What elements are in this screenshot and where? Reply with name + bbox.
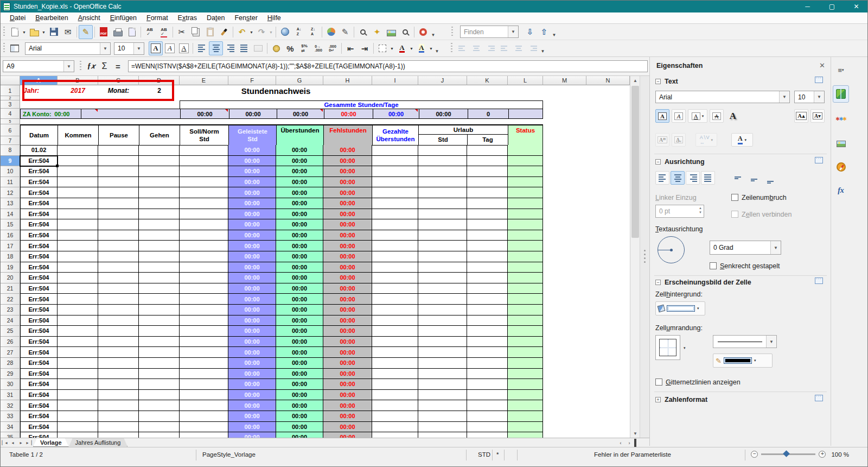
- cell[interactable]: [180, 177, 228, 188]
- row-header-25[interactable]: 25: [1, 326, 20, 337]
- cell[interactable]: [508, 400, 543, 411]
- row-header-10[interactable]: 10: [1, 166, 20, 177]
- sidebar-gallery-icon[interactable]: [833, 134, 849, 152]
- cell[interactable]: [467, 251, 508, 262]
- cell[interactable]: [372, 411, 418, 422]
- zoom-slider-thumb[interactable]: [783, 450, 790, 457]
- cell[interactable]: 00:00: [228, 422, 276, 433]
- sheet-tab-jahres-auflistung[interactable]: Jahres Auflistung: [69, 438, 128, 447]
- cell[interactable]: 00:00: [323, 241, 372, 251]
- cell[interactable]: [139, 251, 180, 262]
- sidebar-align-center-button[interactable]: [671, 171, 685, 185]
- cell[interactable]: 00:00: [323, 326, 372, 337]
- cell[interactable]: Err:504: [20, 177, 58, 188]
- find-down-button[interactable]: ⇩: [523, 25, 537, 39]
- sidebar-font-size-combo[interactable]: 10▼: [794, 91, 825, 103]
- sidebar-align-right-button[interactable]: [686, 171, 700, 185]
- sidebar-superscript-button[interactable]: Aᴴ: [655, 133, 669, 147]
- row-header-18[interactable]: 18: [1, 251, 20, 262]
- undo-button[interactable]: ↶▼: [235, 25, 249, 39]
- standard-format-button[interactable]: $%⇄: [297, 41, 311, 55]
- cell[interactable]: [508, 198, 543, 209]
- cell[interactable]: 00:00: [276, 177, 323, 188]
- cell[interactable]: [139, 230, 180, 241]
- cell[interactable]: [508, 305, 543, 315]
- header-kommen[interactable]: Kommen: [58, 125, 99, 146]
- cell[interactable]: [418, 187, 467, 198]
- cell[interactable]: 00:00: [228, 145, 276, 156]
- column-header-L[interactable]: L: [508, 76, 543, 85]
- cell[interactable]: [372, 369, 418, 380]
- cell[interactable]: 00:00: [276, 209, 323, 220]
- scroll-down-icon[interactable]: ▼: [630, 429, 640, 438]
- menu-datei[interactable]: Datei: [5, 13, 30, 23]
- cell[interactable]: Err:504: [20, 251, 58, 262]
- cell[interactable]: [98, 177, 139, 188]
- cell[interactable]: [508, 315, 543, 326]
- column-header-E[interactable]: E: [180, 76, 228, 85]
- row-header-16[interactable]: 16: [1, 230, 20, 241]
- cell[interactable]: [139, 326, 180, 337]
- cell[interactable]: [467, 145, 508, 156]
- row-header-32[interactable]: 32: [1, 400, 20, 411]
- total-geleistete[interactable]: 00:00: [229, 109, 277, 118]
- first-sheet-icon[interactable]: ▏◂: [1, 438, 9, 447]
- cell[interactable]: [139, 390, 180, 401]
- sidebar-bold-button[interactable]: A: [655, 109, 669, 123]
- cell[interactable]: [418, 230, 467, 241]
- cell[interactable]: [98, 283, 139, 294]
- cell[interactable]: Err:504: [20, 369, 58, 380]
- format-paintbrush-button[interactable]: [217, 25, 231, 39]
- column-header-K[interactable]: K: [467, 76, 508, 85]
- empty-cell[interactable]: [508, 109, 542, 118]
- header-datum[interactable]: Datum: [20, 125, 58, 146]
- find-replace-button[interactable]: [356, 25, 370, 39]
- cell[interactable]: 00:00: [323, 432, 372, 438]
- cell[interactable]: [180, 166, 228, 177]
- cell[interactable]: 00:00: [276, 315, 323, 326]
- cell[interactable]: 00:00: [228, 326, 276, 337]
- cell[interactable]: [418, 166, 467, 177]
- sidebar-character-spacing-button[interactable]: A∖V⇔▾: [695, 133, 717, 147]
- cell[interactable]: [508, 145, 543, 156]
- cell[interactable]: [139, 294, 180, 305]
- align-center-button[interactable]: [209, 41, 223, 55]
- cell[interactable]: [418, 390, 467, 401]
- background-color-button[interactable]: A▼: [414, 41, 429, 55]
- header-pause[interactable]: Pause: [98, 125, 139, 146]
- cell[interactable]: [372, 156, 418, 167]
- cell[interactable]: [418, 156, 467, 167]
- copy-button[interactable]: [189, 25, 203, 39]
- row-header-19[interactable]: 19: [1, 262, 20, 273]
- cell[interactable]: [418, 422, 467, 433]
- row-header-5[interactable]: 5: [1, 119, 20, 124]
- row-header-22[interactable]: 22: [1, 294, 20, 305]
- cell[interactable]: 00:00: [228, 294, 276, 305]
- font-name-dropdown-icon[interactable]: ▼: [100, 43, 110, 54]
- cell[interactable]: [180, 283, 228, 294]
- cell[interactable]: 00:00: [276, 187, 323, 198]
- cell[interactable]: [58, 273, 98, 283]
- cell[interactable]: 00:00: [228, 400, 276, 411]
- cell[interactable]: 00:00: [276, 390, 323, 401]
- cell[interactable]: [180, 411, 228, 422]
- cell[interactable]: [418, 209, 467, 220]
- sidebar-navigator-icon[interactable]: [833, 158, 849, 175]
- draw-functions-button[interactable]: ✎: [338, 25, 352, 39]
- cell[interactable]: [508, 369, 543, 380]
- cell[interactable]: 00:00: [228, 177, 276, 188]
- cell[interactable]: Err:504: [20, 219, 58, 230]
- cell[interactable]: [372, 390, 418, 401]
- row-header-33[interactable]: 33: [1, 411, 20, 422]
- header-urlaub-std[interactable]: Std: [419, 135, 468, 145]
- row-header-14[interactable]: 14: [1, 209, 20, 220]
- cell[interactable]: Err:504: [20, 283, 58, 294]
- underline-button[interactable]: A: [177, 41, 191, 55]
- cell[interactable]: 00:00: [228, 390, 276, 401]
- cell[interactable]: 00:00: [323, 209, 372, 220]
- cell[interactable]: [58, 251, 98, 262]
- minimize-button[interactable]: ─: [795, 1, 820, 12]
- menu-extras[interactable]: Extras: [173, 13, 202, 23]
- find-up-button[interactable]: ⇧: [537, 25, 551, 39]
- cell[interactable]: [372, 432, 418, 438]
